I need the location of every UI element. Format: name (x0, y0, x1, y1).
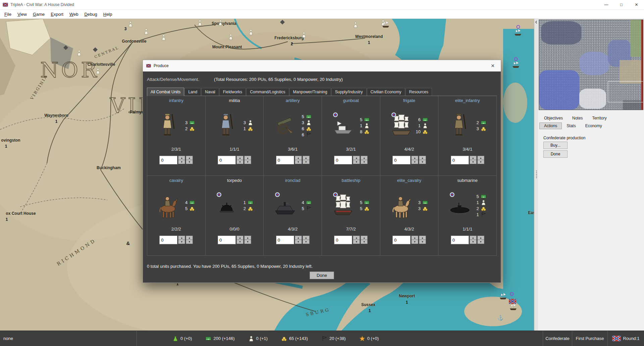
menu-help[interactable]: Help (100, 10, 115, 18)
quantity-input[interactable] (276, 236, 294, 244)
quantity-input[interactable] (276, 156, 294, 164)
map-soldier-unit[interactable] (144, 29, 148, 35)
quantity-input[interactable] (334, 156, 352, 164)
minimize-button[interactable]: — (599, 0, 614, 9)
pu-icon (364, 200, 370, 205)
decrement-button[interactable]: ▼ (470, 160, 477, 164)
decrement-fast-button[interactable]: ▼ (303, 240, 310, 244)
quantity-input[interactable] (159, 236, 177, 244)
map-soldier-unit[interactable] (198, 20, 202, 26)
decrement-button[interactable]: ▼ (236, 240, 244, 244)
tab-supply-industry[interactable]: Supply/Industry (331, 88, 367, 96)
tab-resources[interactable]: Resources (406, 88, 432, 96)
elite_infantry-sprite-icon (449, 111, 471, 140)
cost-manpower: 3 (240, 120, 253, 126)
map-flag-icon[interactable] (509, 299, 516, 304)
quantity-input[interactable] (159, 156, 177, 164)
unit-stats: 1/1/1 (463, 227, 472, 232)
tab-civilian-economy[interactable]: Civilian Economy (367, 88, 405, 96)
dialog-close-icon[interactable]: ✕ (488, 63, 497, 68)
artillery-sprite-icon (274, 111, 296, 140)
menu-game[interactable]: Game (30, 10, 48, 18)
quantity-input[interactable] (218, 236, 236, 244)
tab-manpower-training[interactable]: Manpower/Training (289, 88, 331, 96)
tab-command-logistics[interactable]: Command/Logistics (246, 88, 289, 96)
menu-debug[interactable]: Debug (81, 10, 100, 18)
quantity-input[interactable] (392, 236, 411, 244)
splitpane-divider[interactable]: ❮ (534, 19, 538, 331)
decrement-fast-button[interactable]: ▼ (419, 160, 426, 164)
round-label: Round:1 (623, 336, 639, 341)
decrement-fast-button[interactable]: ▼ (186, 240, 193, 244)
unit-grid: infantry 32 2/3/1 ▲ ▼ ▲ ▼ militia (147, 96, 497, 256)
decrement-button[interactable]: ▼ (236, 160, 244, 164)
sidebar-done-button[interactable]: Done (543, 150, 568, 158)
sidebar-tab-territory[interactable]: Territory (587, 115, 611, 121)
map-soldier-unit[interactable] (302, 32, 306, 38)
decrement-fast-button[interactable]: ▼ (477, 160, 484, 164)
divider-grip-icon[interactable] (535, 170, 537, 179)
decrement-button[interactable]: ▼ (411, 240, 418, 244)
map-soldier-unit[interactable] (249, 29, 253, 35)
menu-web[interactable]: Web (66, 10, 82, 18)
map-ship-unit[interactable] (512, 61, 520, 68)
tab-all-combat-units[interactable]: All Combat Units (147, 88, 184, 96)
quantity-input[interactable] (451, 236, 469, 244)
close-button[interactable]: ✕ (629, 0, 644, 9)
decrement-fast-button[interactable]: ▼ (361, 160, 368, 164)
map-label-buckingham: Buckingham (97, 165, 121, 170)
dialog-titlebar[interactable]: Produce ✕ (143, 60, 501, 71)
sidebar-tab-economy[interactable]: Economy (581, 122, 607, 129)
decrement-fast-button[interactable]: ▼ (244, 240, 251, 244)
decrement-button[interactable]: ▼ (470, 240, 477, 244)
decrement-fast-button[interactable]: ▼ (419, 240, 426, 244)
menu-file[interactable]: File (1, 10, 14, 18)
decrement-button[interactable]: ▼ (178, 160, 185, 164)
decrement-fast-button[interactable]: ▼ (244, 160, 251, 164)
industry-icon (481, 212, 486, 217)
decrement-button[interactable]: ▼ (295, 240, 302, 244)
quantity-input[interactable] (218, 156, 236, 164)
sidebar-tab-actions[interactable]: Actions (539, 122, 562, 129)
decrement-fast-button[interactable]: ▼ (303, 160, 310, 164)
minimap-viewport[interactable] (608, 81, 643, 102)
tab-fieldworks[interactable]: Fieldworks (219, 88, 246, 96)
window-titlebar[interactable]: TripleA - Civil War: A House Divided — □… (0, 0, 644, 10)
quantity-input[interactable] (392, 156, 411, 164)
decrement-fast-button[interactable]: ▼ (361, 240, 368, 244)
tab-land[interactable]: Land (184, 88, 201, 96)
map-soldier-unit[interactable] (128, 21, 132, 27)
decrement-button[interactable]: ▼ (411, 160, 418, 164)
map-soldier-unit[interactable] (218, 20, 222, 26)
map-soldier-unit[interactable] (162, 35, 166, 41)
decrement-button[interactable]: ▼ (353, 160, 360, 164)
map-soldier-unit[interactable] (354, 22, 358, 28)
collapse-panel-icon[interactable]: ❮ (534, 20, 538, 23)
decrement-button[interactable]: ▼ (353, 240, 360, 244)
sidebar-tab-objectives[interactable]: Objectives (539, 115, 568, 121)
decrement-fast-button[interactable]: ▼ (186, 160, 193, 164)
tab-naval[interactable]: Naval (201, 88, 219, 96)
cost-pu: 5 (357, 117, 370, 122)
map-ship-unit[interactable] (499, 292, 507, 300)
sidebar-tab-stats[interactable]: Stats (562, 122, 580, 129)
map-ship-unit[interactable] (382, 20, 390, 28)
buy-button[interactable]: Buy... (543, 142, 568, 149)
map-soldier-unit[interactable] (96, 68, 100, 74)
map-soldier-unit[interactable] (77, 50, 81, 56)
decrement-fast-button[interactable]: ▼ (477, 240, 484, 244)
menu-export[interactable]: Export (48, 10, 66, 18)
map-soldier-unit[interactable] (229, 34, 233, 40)
minimap[interactable] (539, 19, 643, 110)
decrement-button[interactable]: ▼ (178, 240, 185, 244)
menu-view[interactable]: View (14, 10, 30, 18)
map-ship-unit[interactable] (509, 303, 517, 310)
unit-stats: 3/6/1 (288, 147, 298, 152)
sidebar-tab-notes[interactable]: Notes (568, 115, 587, 121)
quantity-input[interactable] (451, 156, 469, 164)
dialog-done-button[interactable]: Done (310, 271, 334, 279)
decrement-button[interactable]: ▼ (295, 160, 302, 164)
map-ship-unit[interactable] (514, 29, 522, 36)
maximize-button[interactable]: □ (614, 0, 629, 9)
quantity-input[interactable] (334, 236, 352, 244)
